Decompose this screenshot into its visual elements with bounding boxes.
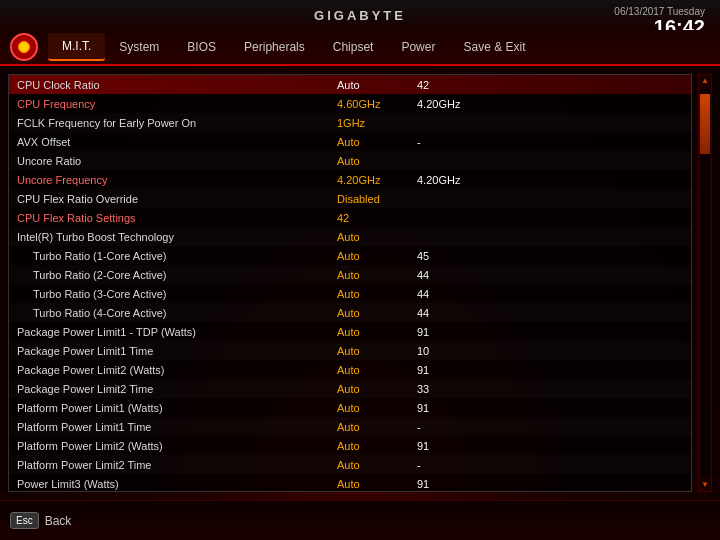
table-row[interactable]: Turbo Ratio (1-Core Active)Auto45 — [9, 246, 691, 265]
table-row[interactable]: CPU Flex Ratio OverrideDisabled — [9, 189, 691, 208]
row-value-secondary: 44 — [417, 307, 683, 319]
row-value-primary: Auto — [337, 79, 417, 91]
back-button[interactable]: Esc Back — [10, 512, 71, 529]
row-value-secondary: 44 — [417, 269, 683, 281]
nav-item-system[interactable]: System — [105, 34, 173, 60]
table-row[interactable]: CPU Clock RatioAuto42 — [9, 75, 691, 94]
row-name: Intel(R) Turbo Boost Technology — [17, 231, 337, 243]
row-name: Power Limit3 (Watts) — [17, 478, 337, 490]
table-row[interactable]: Power Limit3 (Watts)Auto91 — [9, 474, 691, 492]
footer: Esc Back — [0, 500, 720, 540]
table-row[interactable]: Turbo Ratio (2-Core Active)Auto44 — [9, 265, 691, 284]
row-name: CPU Frequency — [17, 98, 337, 110]
row-name: Package Power Limit1 - TDP (Watts) — [17, 326, 337, 338]
table-row[interactable]: Package Power Limit2 TimeAuto33 — [9, 379, 691, 398]
row-name: Package Power Limit2 (Watts) — [17, 364, 337, 376]
row-value-primary: Auto — [337, 269, 417, 281]
row-name: AVX Offset — [17, 136, 337, 148]
row-value-secondary: - — [417, 421, 683, 433]
nav-item-power[interactable]: Power — [387, 34, 449, 60]
row-name: Uncore Ratio — [17, 155, 337, 167]
scrollbar-thumb[interactable] — [700, 94, 710, 154]
header: GIGABYTE 06/13/2017 Tuesday 16:42 — [0, 0, 720, 30]
table-row[interactable]: Package Power Limit2 (Watts)Auto91 — [9, 360, 691, 379]
table-row[interactable]: Intel(R) Turbo Boost TechnologyAuto — [9, 227, 691, 246]
table-row[interactable]: AVX OffsetAuto- — [9, 132, 691, 151]
back-label: Back — [45, 514, 72, 528]
table-row[interactable]: CPU Frequency4.60GHz4.20GHz — [9, 94, 691, 113]
row-name: Turbo Ratio (1-Core Active) — [17, 250, 337, 262]
row-value-primary: Auto — [337, 250, 417, 262]
nav-item-save-exit[interactable]: Save & Exit — [449, 34, 539, 60]
table-row[interactable]: Platform Power Limit2 TimeAuto- — [9, 455, 691, 474]
row-name: Turbo Ratio (3-Core Active) — [17, 288, 337, 300]
row-name: Platform Power Limit2 (Watts) — [17, 440, 337, 452]
table-row[interactable]: Uncore RatioAuto — [9, 151, 691, 170]
table-row[interactable]: FCLK Frequency for Early Power On1GHz — [9, 113, 691, 132]
table-row[interactable]: Platform Power Limit1 TimeAuto- — [9, 417, 691, 436]
row-value-primary: Auto — [337, 345, 417, 357]
esc-key-label: Esc — [10, 512, 39, 529]
row-value-secondary: 91 — [417, 402, 683, 414]
row-value-primary: Auto — [337, 155, 417, 167]
row-value-secondary: 42 — [417, 79, 683, 91]
row-name: Platform Power Limit1 (Watts) — [17, 402, 337, 414]
row-value-primary: Auto — [337, 421, 417, 433]
scroll-down-arrow[interactable]: ▼ — [699, 479, 711, 491]
row-value-secondary: 91 — [417, 326, 683, 338]
row-value-secondary: 44 — [417, 288, 683, 300]
row-value-primary: Disabled — [337, 193, 417, 205]
brand-logo — [10, 33, 38, 61]
nav-item-mit[interactable]: M.I.T. — [48, 33, 105, 61]
nav-item-peripherals[interactable]: Peripherals — [230, 34, 319, 60]
row-value-secondary: - — [417, 459, 683, 471]
main-content: CPU Clock RatioAuto42CPU Frequency4.60GH… — [0, 66, 720, 500]
table-row[interactable]: Platform Power Limit2 (Watts)Auto91 — [9, 436, 691, 455]
row-value-secondary: 4.20GHz — [417, 98, 683, 110]
header-title: GIGABYTE — [314, 8, 406, 23]
row-value-secondary: 33 — [417, 383, 683, 395]
row-value-primary: 4.60GHz — [337, 98, 417, 110]
table-row[interactable]: Package Power Limit1 - TDP (Watts)Auto91 — [9, 322, 691, 341]
table-row[interactable]: CPU Flex Ratio Settings42 — [9, 208, 691, 227]
row-value-secondary: 91 — [417, 478, 683, 490]
row-name: CPU Clock Ratio — [17, 79, 337, 91]
row-name: Platform Power Limit2 Time — [17, 459, 337, 471]
logo-inner — [18, 41, 30, 53]
row-value-primary: Auto — [337, 478, 417, 490]
row-value-secondary: 45 — [417, 250, 683, 262]
row-name: Turbo Ratio (2-Core Active) — [17, 269, 337, 281]
row-value-primary: 4.20GHz — [337, 174, 417, 186]
row-name: CPU Flex Ratio Override — [17, 193, 337, 205]
table-row[interactable]: Turbo Ratio (4-Core Active)Auto44 — [9, 303, 691, 322]
row-value-primary: Auto — [337, 459, 417, 471]
settings-panel: CPU Clock RatioAuto42CPU Frequency4.60GH… — [8, 74, 692, 492]
row-value-secondary: 4.20GHz — [417, 174, 683, 186]
row-value-secondary: 91 — [417, 364, 683, 376]
row-value-primary: Auto — [337, 440, 417, 452]
table-row[interactable]: Turbo Ratio (3-Core Active)Auto44 — [9, 284, 691, 303]
row-value-primary: 1GHz — [337, 117, 417, 129]
nav-item-chipset[interactable]: Chipset — [319, 34, 388, 60]
row-name: Package Power Limit1 Time — [17, 345, 337, 357]
row-name: FCLK Frequency for Early Power On — [17, 117, 337, 129]
table-row[interactable]: Platform Power Limit1 (Watts)Auto91 — [9, 398, 691, 417]
row-value-secondary: 10 — [417, 345, 683, 357]
row-name: Platform Power Limit1 Time — [17, 421, 337, 433]
row-value-primary: 42 — [337, 212, 417, 224]
table-row[interactable]: Package Power Limit1 TimeAuto10 — [9, 341, 691, 360]
scrollbar[interactable]: ▲ ▼ — [698, 74, 712, 492]
row-name: Turbo Ratio (4-Core Active) — [17, 307, 337, 319]
settings-table: CPU Clock RatioAuto42CPU Frequency4.60GH… — [9, 75, 691, 492]
row-name: Uncore Frequency — [17, 174, 337, 186]
nav-item-bios[interactable]: BIOS — [173, 34, 230, 60]
row-name: Package Power Limit2 Time — [17, 383, 337, 395]
table-row[interactable]: Uncore Frequency4.20GHz4.20GHz — [9, 170, 691, 189]
row-value-secondary: - — [417, 136, 683, 148]
row-value-primary: Auto — [337, 288, 417, 300]
row-value-primary: Auto — [337, 136, 417, 148]
scroll-up-arrow[interactable]: ▲ — [699, 75, 711, 87]
row-value-primary: Auto — [337, 307, 417, 319]
row-value-primary: Auto — [337, 364, 417, 376]
row-value-primary: Auto — [337, 402, 417, 414]
